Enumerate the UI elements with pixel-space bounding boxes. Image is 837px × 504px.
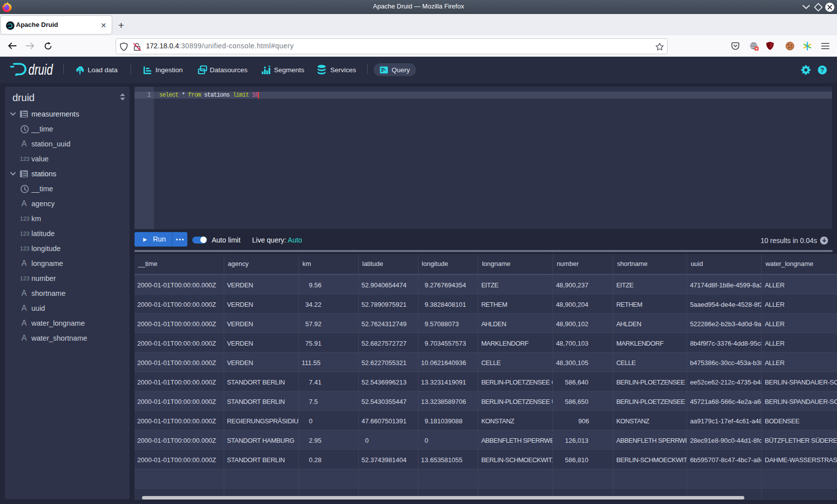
svg-text:?: ? — [821, 66, 825, 74]
